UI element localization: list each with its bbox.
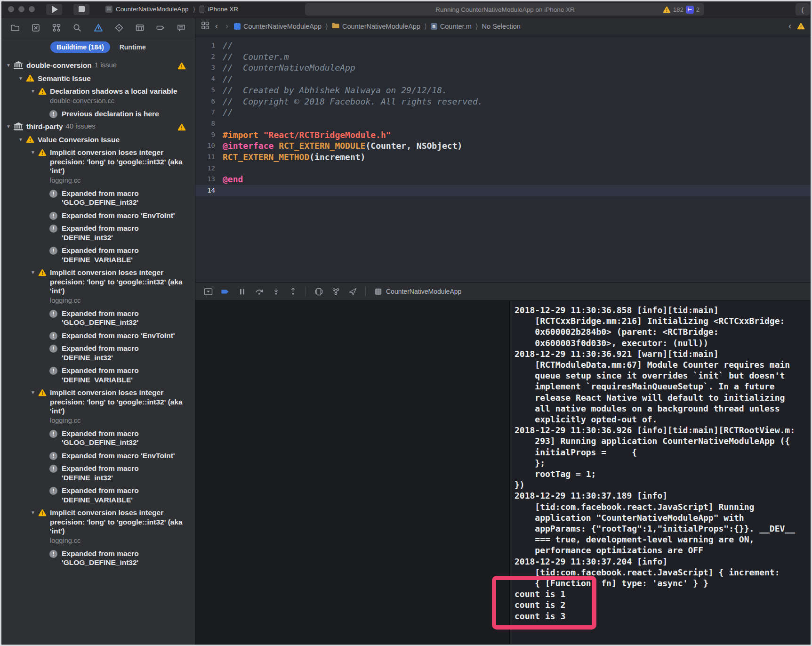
symbol-navigator-icon[interactable] bbox=[51, 23, 62, 33]
issue-group-row[interactable]: ▼third-party40 issues bbox=[1, 120, 195, 133]
debug-process[interactable]: CounterNativeModuleApp bbox=[374, 288, 461, 296]
related-items-icon[interactable] bbox=[201, 21, 209, 31]
issue-row[interactable]: ▼Implicit conversion loses integer preci… bbox=[1, 506, 195, 547]
issue-group-row[interactable]: ▼double-conversion1 issue bbox=[1, 59, 195, 72]
code-line[interactable]: 7// bbox=[195, 107, 811, 118]
source-editor[interactable]: 1//2// Counter.m3// CounterNativeModuleA… bbox=[195, 35, 811, 282]
issue-note-row[interactable]: !Expanded from macro 'DEFINE_VARIABLE' bbox=[1, 364, 195, 386]
note-title: Expanded from macro 'DEFINE_VARIABLE' bbox=[62, 246, 189, 264]
view-hierarchy-icon[interactable] bbox=[313, 286, 325, 297]
disclosure-triangle-icon[interactable]: ▼ bbox=[18, 74, 26, 83]
breakpoint-navigator-icon[interactable] bbox=[155, 23, 166, 33]
tab-buildtime[interactable]: Buildtime (184) bbox=[50, 41, 110, 53]
debug-navigator-icon[interactable] bbox=[135, 23, 145, 33]
issue-note-row[interactable]: !Expanded from macro 'GLOG_DEFINE_int32' bbox=[1, 427, 195, 449]
issue-note-row[interactable]: !Expanded from macro 'DEFINE_int32' bbox=[1, 462, 195, 484]
breadcrumb: CounterNativeModuleApp⟩CounterNativeModu… bbox=[234, 22, 521, 31]
disclosure-triangle-icon[interactable]: ▼ bbox=[31, 388, 38, 397]
report-navigator-icon[interactable] bbox=[176, 23, 186, 33]
code-line[interactable]: 11RCT_EXTERN_METHOD(increment) bbox=[195, 152, 811, 163]
scheme-selector[interactable]: CounterNativeModuleApp ⟩ iPhone XR bbox=[105, 5, 238, 14]
issue-note-row[interactable]: !Expanded from macro 'EnvToInt' bbox=[1, 449, 195, 462]
issue-note-row[interactable]: !Expanded from macro 'EnvToInt' bbox=[1, 209, 195, 222]
toolbar-partial-button[interactable]: ( bbox=[796, 3, 810, 16]
code-line[interactable]: 3// CounterNativeModuleApp bbox=[195, 62, 811, 73]
activity-viewer: Running CounterNativeModuleApp on iPhone… bbox=[305, 3, 704, 16]
zoom-window-button[interactable] bbox=[29, 6, 35, 12]
code-line[interactable]: 5// Created by Abhishek Nalwaya on 29/12… bbox=[195, 85, 811, 96]
warning-icon bbox=[38, 149, 47, 156]
disclosure-triangle-icon[interactable]: ▼ bbox=[31, 87, 38, 96]
scheme-app-name[interactable]: CounterNativeModuleApp bbox=[116, 6, 189, 13]
code-line[interactable]: 9#import "React/RCTBridgeModule.h" bbox=[195, 129, 811, 141]
disclosure-triangle-icon[interactable]: ▼ bbox=[6, 122, 14, 131]
code-line[interactable]: 8 bbox=[195, 118, 811, 129]
disclosure-triangle-icon[interactable]: ▼ bbox=[18, 135, 26, 144]
stop-button[interactable] bbox=[73, 4, 89, 15]
pause-icon[interactable] bbox=[236, 286, 248, 297]
issue-badges[interactable]: 182 ⊢ 2 bbox=[663, 6, 704, 14]
breadcrumb-item[interactable]: Counter.m bbox=[440, 23, 472, 30]
run-button[interactable] bbox=[46, 4, 62, 15]
issue-note-row[interactable]: !Expanded from macro 'DEFINE_int32' bbox=[1, 342, 195, 364]
issue-note-row[interactable]: !Previous declaration is here bbox=[1, 107, 195, 121]
breakpoints-toggle-icon[interactable] bbox=[219, 286, 231, 297]
issue-category-row[interactable]: ▼Value Conversion Issue bbox=[1, 133, 195, 146]
issue-note-row[interactable]: !Expanded from macro 'GLOG_DEFINE_int32' bbox=[1, 187, 195, 209]
memory-graph-icon[interactable] bbox=[330, 286, 342, 297]
issue-note-row[interactable]: !Expanded from macro 'EnvToInt' bbox=[1, 329, 195, 342]
code-line[interactable]: 12 bbox=[195, 163, 811, 174]
code-line[interactable]: 13@end bbox=[195, 174, 811, 185]
disclosure-triangle-icon[interactable]: ▼ bbox=[6, 61, 14, 70]
issue-note-row[interactable]: !Expanded from macro 'GLOG_DEFINE_int32' bbox=[1, 547, 195, 569]
project-navigator-icon[interactable] bbox=[10, 23, 20, 33]
issue-note-row[interactable]: !Expanded from macro 'DEFINE_int32' bbox=[1, 222, 195, 244]
code-line[interactable]: 10@interface RCT_EXTERN_MODULE(Counter, … bbox=[195, 140, 811, 152]
console-line: implement `requiresMainQueueSetup`. In a… bbox=[515, 381, 811, 392]
issue-row[interactable]: ▼Implicit conversion loses integer preci… bbox=[1, 386, 195, 427]
issue-note-row[interactable]: !Expanded from macro 'DEFINE_VARIABLE' bbox=[1, 244, 195, 266]
step-over-icon[interactable] bbox=[253, 286, 265, 297]
breadcrumb-item[interactable]: CounterNativeModuleApp bbox=[342, 23, 420, 30]
breadcrumb-item[interactable]: CounterNativeModuleApp bbox=[243, 23, 322, 30]
go-forward-icon[interactable]: › bbox=[224, 21, 230, 31]
scheme-device-name[interactable]: iPhone XR bbox=[208, 6, 238, 13]
disclosure-triangle-icon[interactable]: ▼ bbox=[31, 148, 38, 157]
code-text: // bbox=[223, 73, 233, 85]
previous-issue-icon[interactable]: ‹ bbox=[787, 21, 793, 31]
jumpbar-warning-icon[interactable] bbox=[797, 23, 805, 30]
tab-runtime[interactable]: Runtime bbox=[120, 43, 146, 51]
breadcrumb-item[interactable]: No Selection bbox=[482, 23, 521, 30]
separator bbox=[365, 287, 366, 296]
disclosure-triangle-icon[interactable]: ▼ bbox=[31, 268, 38, 277]
issue-note-row[interactable]: !Expanded from macro 'DEFINE_VARIABLE' bbox=[1, 484, 195, 506]
code-line[interactable]: 14 bbox=[195, 185, 811, 196]
project-file-icon bbox=[234, 23, 241, 30]
issue-note-row[interactable]: !Expanded from macro 'GLOG_DEFINE_int32' bbox=[1, 307, 195, 329]
code-line[interactable]: 4// bbox=[195, 73, 811, 85]
issue-navigator-icon[interactable] bbox=[93, 23, 104, 33]
console-line: appParams: {"rootTag":1,"initialProps":{… bbox=[515, 523, 811, 534]
note-title: Expanded from macro 'DEFINE_int32' bbox=[62, 464, 189, 482]
step-out-icon[interactable] bbox=[287, 286, 299, 297]
test-navigator-icon[interactable] bbox=[114, 23, 124, 33]
close-window-button[interactable] bbox=[8, 6, 14, 12]
issue-category-row[interactable]: ▼Semantic Issue bbox=[1, 72, 195, 85]
source-control-navigator-icon[interactable] bbox=[31, 23, 41, 33]
code-line[interactable]: 6// Copyright © 2018 Facebook. All right… bbox=[195, 96, 811, 107]
step-into-icon[interactable] bbox=[270, 286, 282, 297]
minimize-window-button[interactable] bbox=[18, 6, 24, 12]
issue-row[interactable]: ▼Implicit conversion loses integer preci… bbox=[1, 266, 195, 307]
code-line[interactable]: 2// Counter.m bbox=[195, 51, 811, 63]
go-back-icon[interactable]: ‹ bbox=[213, 21, 220, 31]
warning-count: 182 bbox=[673, 6, 683, 13]
issue-row[interactable]: ▼Declaration shadows a local variabledou… bbox=[1, 85, 195, 107]
simulate-location-icon[interactable] bbox=[346, 286, 359, 297]
code-line[interactable]: 1// bbox=[195, 40, 811, 51]
find-navigator-icon[interactable] bbox=[72, 23, 82, 33]
console-output[interactable]: 2018-12-29 11:30:36.858 [info][tid:main]… bbox=[510, 301, 811, 645]
hide-debug-area-icon[interactable] bbox=[202, 286, 214, 297]
variables-view[interactable] bbox=[195, 301, 510, 645]
issue-row[interactable]: ▼Implicit conversion loses integer preci… bbox=[1, 146, 195, 187]
disclosure-triangle-icon[interactable]: ▼ bbox=[31, 508, 38, 517]
